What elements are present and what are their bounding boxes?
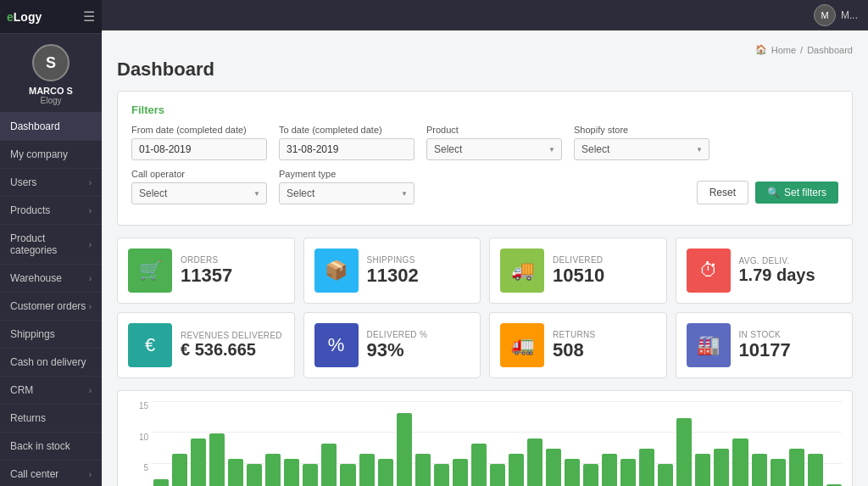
sidebar-item-label: Warehouse	[10, 272, 62, 284]
sidebar-header: eLogy ☰	[0, 0, 102, 34]
sidebar-item-dashboard[interactable]: Dashboard	[0, 113, 102, 141]
chart-y-label: 10	[139, 433, 148, 442]
kpi-info-orders: ORDERS11357	[181, 255, 232, 287]
from-date-group: From date (completed date)	[131, 125, 267, 160]
chart-bar	[321, 444, 337, 486]
to-date-input[interactable]	[279, 138, 415, 160]
user-profile-section: S MARCO S Elogy	[0, 34, 102, 113]
sidebar-item-crm[interactable]: CRM›	[0, 377, 102, 405]
kpi-label-orders: ORDERS	[181, 255, 232, 265]
kpi-value-avg_deliv: 1.79 days	[739, 265, 815, 285]
breadcrumb-separator: /	[800, 45, 803, 55]
kpi-info-shippings: SHIPPINGS11302	[367, 255, 419, 287]
chart-y-axis: 15105	[128, 401, 152, 486]
avatar: S	[32, 44, 70, 81]
sidebar-item-my-company[interactable]: My company	[0, 141, 102, 169]
sidebar-item-products[interactable]: Products›	[0, 197, 102, 225]
chevron-right-icon: ›	[89, 274, 92, 283]
chart-bar	[490, 464, 505, 486]
breadcrumb-current: Dashboard	[807, 45, 853, 55]
kpi-value-orders: 11357	[181, 265, 232, 287]
call-operator-select[interactable]: Select	[131, 182, 267, 204]
chart-bar	[172, 454, 187, 486]
sidebar-item-label: Call center	[10, 468, 58, 480]
chart-bars	[153, 408, 842, 486]
product-select[interactable]: Select	[426, 138, 562, 160]
sidebar-item-warehouse[interactable]: Warehouse›	[0, 265, 102, 293]
user-name: MARCO S	[29, 86, 73, 96]
from-date-input[interactable]	[131, 138, 267, 160]
chart-grid-line	[152, 401, 842, 402]
sidebar-item-shippings[interactable]: Shippings	[0, 321, 102, 349]
shopify-store-label: Shopify store	[574, 125, 709, 135]
kpi-icon-in_stock: 🏭	[687, 323, 731, 367]
chart-bar	[527, 439, 542, 486]
chart-bar	[265, 454, 281, 486]
shopify-store-select-wrapper: Select	[574, 138, 709, 160]
kpi-info-in_stock: IN STOCK10177	[739, 330, 791, 361]
hamburger-icon[interactable]: ☰	[83, 8, 95, 25]
chart-container: 15105	[128, 401, 842, 486]
chart-bar	[714, 449, 729, 486]
chart-bar	[565, 459, 580, 486]
chart-y-label: 15	[139, 401, 148, 411]
chevron-right-icon: ›	[89, 206, 92, 215]
chart-bar	[340, 464, 355, 486]
chevron-right-icon: ›	[89, 240, 92, 249]
kpi-label-returns: RETURNS	[553, 330, 595, 339]
payment-type-group: Payment type Select	[279, 169, 415, 204]
to-date-group: To date (completed date)	[279, 125, 415, 160]
home-icon: 🏠	[755, 44, 767, 55]
kpi-icon-avg_deliv: ⏱	[687, 249, 731, 293]
kpi-icon-delivered: 🚚	[500, 249, 544, 293]
topbar: M M...	[102, 0, 868, 31]
topbar-avatar: M	[814, 4, 836, 26]
sidebar-item-label: Customer orders	[10, 300, 86, 312]
chart-bar	[546, 449, 561, 486]
chart-y-label: 5	[143, 463, 148, 472]
sidebar: eLogy ☰ S MARCO S Elogy DashboardMy comp…	[0, 0, 102, 486]
sidebar-item-label: Products	[10, 204, 50, 216]
sidebar-item-back-in-stock[interactable]: Back in stock	[0, 433, 102, 461]
chart-bar	[153, 479, 169, 486]
chart-bar	[620, 459, 636, 486]
search-icon: 🔍	[767, 187, 780, 198]
call-operator-label: Call operator	[131, 169, 267, 179]
sidebar-item-label: CRM	[10, 384, 33, 396]
breadcrumb: 🏠 Home / Dashboard	[117, 44, 853, 55]
breadcrumb-home: Home	[771, 45, 796, 55]
sidebar-item-label: Dashboard	[10, 120, 60, 132]
chart-bar	[191, 439, 206, 486]
kpi-label-delivered_pct: DELIVERED %	[367, 330, 428, 339]
kpi-card-shippings: 📦SHIPPINGS11302	[303, 237, 481, 304]
reset-button[interactable]: Reset	[697, 181, 748, 204]
kpi-grid: 🛒ORDERS11357📦SHIPPINGS11302🚚DELIVERED105…	[117, 237, 853, 378]
sidebar-item-customer-orders[interactable]: Customer orders›	[0, 293, 102, 321]
sidebar-item-returns[interactable]: Returns	[0, 405, 102, 433]
user-company: Elogy	[40, 96, 61, 105]
chart-bar	[415, 454, 431, 486]
topbar-username: M...	[841, 9, 858, 21]
sidebar-item-users[interactable]: Users›	[0, 169, 102, 197]
kpi-card-in_stock: 🏭IN STOCK10177	[676, 312, 854, 378]
chart-bar	[247, 464, 262, 486]
kpi-icon-orders: 🛒	[128, 249, 172, 293]
chart-bar	[378, 459, 393, 486]
sidebar-item-product-categories[interactable]: Product categories›	[0, 225, 102, 265]
kpi-value-returns: 508	[553, 339, 595, 361]
kpi-card-delivered_pct: %DELIVERED %93%	[303, 312, 481, 378]
chart-bar	[209, 433, 225, 486]
sidebar-item-call-center[interactable]: Call center›	[0, 461, 102, 486]
set-filters-button[interactable]: 🔍 Set filters	[755, 182, 838, 204]
logo: eLogy	[7, 10, 42, 24]
filters-section: Filters From date (completed date) To da…	[117, 91, 853, 226]
sidebar-item-label: Back in stock	[10, 440, 70, 452]
sidebar-item-label: Cash on delivery	[10, 356, 86, 368]
kpi-info-revenues: REVENUES DELIVERED€ 536.665	[181, 331, 282, 360]
kpi-label-avg_deliv: AVG. DELIV.	[739, 256, 815, 265]
chevron-right-icon: ›	[89, 470, 92, 479]
payment-type-select[interactable]: Select	[279, 182, 415, 204]
sidebar-item-cash-on-delivery[interactable]: Cash on delivery	[0, 349, 102, 377]
nav-menu: DashboardMy companyUsers›Products›Produc…	[0, 113, 102, 486]
shopify-store-select[interactable]: Select	[574, 138, 709, 160]
